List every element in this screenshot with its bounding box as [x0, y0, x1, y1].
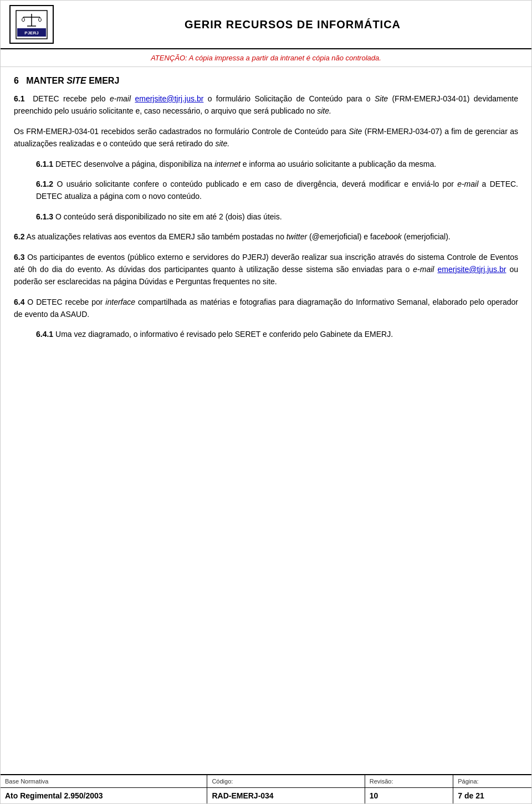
section-title-italic: SITE: [66, 76, 86, 85]
p-6-1-3-label: 6.1.3: [36, 212, 53, 221]
svg-text:PJERJ: PJERJ: [24, 30, 38, 35]
paragraph-6-1-intro: 6.1 DETEC recebe pelo e-mail emerjsite@t…: [14, 93, 518, 117]
spacer: [1, 566, 531, 774]
p6-1-number: 6.1: [14, 94, 24, 103]
p-6-2-label: 6.2: [14, 232, 24, 241]
footer-pagina-value: 7 de 21: [453, 788, 531, 803]
attention-text: ATENÇÃO: A cópia impressa a partir da in…: [9, 54, 523, 62]
footer-codigo-label: Código:: [207, 775, 365, 787]
p-6-1-1-label: 6.1.1: [36, 160, 53, 168]
p-6-1-2-label: 6.1.2: [36, 180, 53, 188]
p-6-4-label: 6.4: [14, 298, 24, 306]
main-content: 6 MANTER SITE EMERJ 6.1 DETEC recebe pel…: [1, 67, 531, 566]
p-6-4-1-label: 6.4.1: [36, 330, 53, 339]
paragraph-6-1-3: 6.1.3 O conteúdo será disponibilizado no…: [14, 211, 518, 223]
paragraph-6-1-body: Os FRM-EMERJ-034-01 recebidos serão cada…: [14, 125, 518, 150]
p-6-3-label: 6.3: [14, 253, 24, 262]
email-link-1[interactable]: emerjsite@tjrj.jus.br: [135, 94, 203, 103]
paragraph-6-3: 6.3 Os participantes de eventos (público…: [14, 251, 518, 288]
attention-bar: ATENÇÃO: A cópia impressa a partir da in…: [1, 49, 531, 67]
section-title-prefix: MANTER: [26, 76, 66, 85]
footer-base-normativa-label: Base Normativa: [1, 775, 207, 787]
footer-revisao-value: 10: [365, 788, 454, 803]
page-wrapper: PJERJ GERIR RECURSOS DE INFORMÁTICA ATEN…: [0, 0, 532, 804]
header-title: GERIR RECURSOS DE INFORMÁTICA: [63, 18, 523, 31]
footer-revisao-label: Revisão:: [365, 775, 454, 787]
footer-pagina-label: Página:: [453, 775, 531, 787]
section-6-title: 6 MANTER SITE EMERJ: [14, 76, 518, 86]
logo-box: PJERJ: [9, 5, 54, 44]
section-title-suffix: EMERJ: [86, 76, 120, 85]
paragraph-6-2: 6.2 As atualizações relativas aos evento…: [14, 231, 518, 243]
email-link-2[interactable]: emerjsite@tjrj.jus.br: [437, 265, 506, 274]
header: PJERJ GERIR RECURSOS DE INFORMÁTICA: [1, 1, 531, 49]
footer-base-normativa-value: Ato Regimental 2.950/2003: [1, 788, 207, 803]
paragraph-6-4-1: 6.4.1 Uma vez diagramado, o informativo …: [14, 328, 518, 340]
paragraph-6-1-1: 6.1.1 DETEC desenvolve a página, disponi…: [14, 158, 518, 170]
footer-codigo-value: RAD-EMERJ-034: [207, 788, 365, 803]
footer-labels-row: Base Normativa Código: Revisão: Página:: [1, 775, 531, 788]
section-number: 6: [14, 76, 19, 85]
footer: Base Normativa Código: Revisão: Página: …: [1, 774, 531, 803]
pjerj-logo: PJERJ: [15, 9, 48, 40]
paragraph-6-1-2: 6.1.2 O usuário solicitante confere o co…: [14, 178, 518, 203]
paragraph-6-4: 6.4 O DETEC recebe por interface compart…: [14, 296, 518, 321]
footer-values-row: Ato Regimental 2.950/2003 RAD-EMERJ-034 …: [1, 788, 531, 803]
